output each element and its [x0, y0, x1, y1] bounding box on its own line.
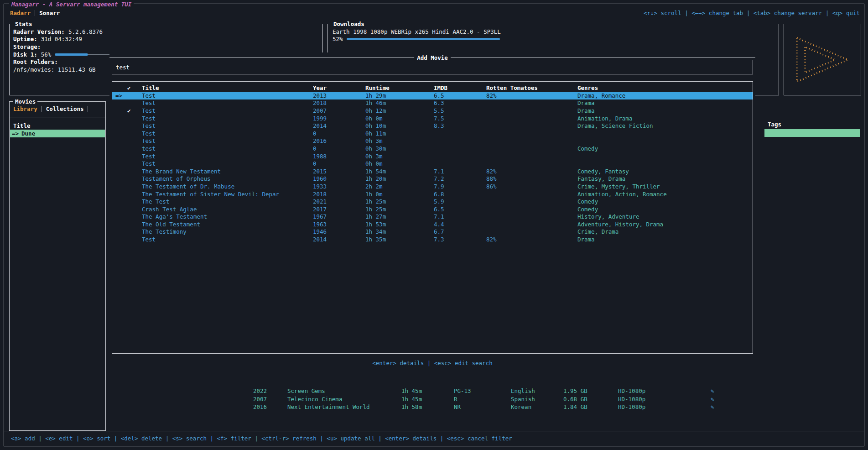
movie-list-item[interactable]: The Martian [10, 168, 105, 176]
movie-list-item[interactable]: Alien [10, 184, 105, 192]
search-result-row[interactable]: The Aga's Testament 1967 1h 27m 7.1 Hist… [112, 213, 753, 221]
movie-list-item[interactable]: 1408 [10, 316, 105, 324]
movie-list-item[interactable]: Us [10, 254, 105, 262]
cell-title: The Testimony [142, 228, 313, 235]
cell-year: 1988 [313, 152, 365, 160]
search-result-row[interactable]: Test 2016 0h 3m [112, 137, 753, 145]
stat-uptime: Uptime: 31d 04:32:49 [13, 36, 319, 43]
movies-panel-title: Movies [13, 98, 37, 105]
modal-title: Add Movie [414, 54, 451, 62]
logo-panel [784, 24, 861, 95]
tags-selected-row[interactable] [764, 129, 860, 137]
search-result-row[interactable]: The Testament of Dr. Mabuse 1933 2h 2m 7… [112, 183, 753, 190]
movie-list-item[interactable]: Train to Busan [10, 347, 105, 355]
cell-year: 0 [313, 130, 365, 137]
search-result-row[interactable]: ✔ Test 2007 0h 12m 5.5 Drama [112, 107, 753, 115]
movie-list-item[interactable]: A Quiet Place Part II [10, 223, 105, 230]
movie-list-item[interactable]: The Thing [10, 176, 105, 184]
cell-imdb: 5.5 [434, 107, 486, 115]
cell-title: The Aga's Testament [142, 213, 313, 220]
movie-list-items: The Conjuring The Conjuring 2 The Conjur… [10, 137, 105, 355]
cell-genres: Animation, Drama [577, 115, 753, 122]
cell-title: Testament of Orpheus [142, 175, 313, 183]
search-result-row[interactable]: The Testament of Sister New Devil: Depar… [112, 190, 753, 198]
cell-imdb: 7.9 [434, 183, 486, 190]
tab-collections[interactable]: Collections [46, 105, 84, 113]
search-result-row[interactable]: test 0 0h 30m Comedy [112, 145, 753, 152]
cell-runtime: 0h 12m [365, 107, 434, 115]
search-result-row[interactable]: Test 2018 1h 46m 6.3 Drama [112, 99, 753, 107]
movie-list-item[interactable]: The Conjuring: The De [10, 153, 105, 161]
results-table-header: ✔ Title Year Runtime IMDB Rotten Tomatoe… [112, 84, 753, 92]
library-table-row[interactable]: 2022 Screen Gems 1h 45m PG-13 English 1.… [109, 387, 757, 395]
search-result-row[interactable]: Test 1999 0h 0m 7.5 Animation, Drama [112, 115, 753, 122]
search-result-row[interactable]: Test 0 0h 11m [112, 130, 753, 137]
movie-list-item[interactable]: The Invitation [10, 331, 105, 339]
movie-list-item[interactable]: Sinister 2 [10, 246, 105, 254]
tab-sonarr[interactable]: Sonarr [39, 9, 60, 17]
cell-year: 1946 [313, 228, 365, 235]
header-check: ✔ [127, 84, 142, 92]
cell-runtime: 1h 53m [365, 220, 434, 228]
app-title: Managarr - A Servarr management TUI [9, 0, 134, 8]
cell-genres: Adventure, History, Drama [577, 220, 753, 228]
movie-list-item[interactable]: Firestarter [10, 293, 105, 300]
movie-list-item[interactable]: Misery [10, 300, 105, 308]
movie-search-input[interactable]: test [112, 60, 753, 74]
movie-list-item-selected[interactable]: => Dune [10, 130, 105, 137]
movie-list-item[interactable]: Sinister [10, 238, 105, 246]
library-table-row[interactable]: 2007 Telecinco Cinema 1h 45m R Spanish 0… [109, 395, 757, 403]
movie-list-item[interactable]: Life [10, 192, 105, 199]
movie-list-item[interactable]: A Quiet Place [10, 215, 105, 223]
movie-list-item[interactable]: Lights Out [10, 308, 105, 316]
cell-genres: Crime, Drama [577, 228, 753, 235]
movie-list-item[interactable]: Incantation [10, 285, 105, 293]
stat-uptime-value: 31d 04:32:49 [41, 35, 82, 43]
stat-version-label: Radarr Version: [13, 28, 65, 36]
movie-list-item[interactable]: The Orphanage [10, 339, 105, 347]
stat-version: Radarr Version: 5.2.6.8376 [13, 28, 319, 36]
movie-list-item[interactable]: mother! [10, 277, 105, 285]
cell-imdb: 7.1 [434, 167, 486, 175]
search-result-row[interactable]: The Old Testament 1963 1h 53m 4.4 Advent… [112, 220, 753, 228]
tab-library[interactable]: Library [13, 105, 37, 113]
cell-size: 0.68 GB [563, 395, 618, 403]
header-imdb: IMDB [434, 84, 486, 92]
search-result-row[interactable]: Testament of Orpheus 1960 1h 20m 7.2 88%… [112, 175, 753, 183]
search-result-row[interactable]: The Brand New Testament 2015 1h 54m 7.1 … [112, 167, 753, 175]
cell-genres: Comedy [577, 198, 753, 205]
search-result-row[interactable]: Crash Test Aglae 2017 1h 25m 6.5 Comedy [112, 205, 753, 213]
movie-list-item[interactable]: Gone with the Wind [10, 207, 105, 215]
cell-runtime: 0h 11m [365, 130, 434, 137]
cell-genres: Comedy, Fantasy [577, 167, 753, 175]
tab-radarr[interactable]: Radarr [10, 9, 31, 17]
search-result-row[interactable]: Test 2014 1h 35m 7.3 82% Drama [112, 235, 753, 243]
movie-list-item[interactable]: The Conjuring [10, 137, 105, 145]
search-result-row[interactable]: The Test 2021 1h 25m 5.9 Comedy [112, 198, 753, 205]
movie-list-item[interactable]: The Witch [10, 230, 105, 238]
movie-list-item[interactable]: Slender Man [10, 262, 105, 269]
movie-list-item[interactable]: The Conjuring 2 [10, 145, 105, 153]
movie-list-item[interactable]: Inception [10, 161, 105, 168]
cell-title: The Test [142, 198, 313, 205]
cell-rotten-tomatoes: 82% [486, 235, 577, 243]
movie-list-item[interactable]: The Girl with All the [10, 324, 105, 331]
cell-year: 2014 [313, 122, 365, 130]
search-result-row[interactable]: The Testimony 1946 1h 34m 6.7 Crime, Dra… [112, 228, 753, 236]
cell-runtime: 1h 54m [365, 167, 434, 175]
search-result-row[interactable]: => Test 2013 1h 29m 6.5 82% Drama, Roman… [112, 92, 753, 99]
download-item: Earth 1998 1080p WEBRip x265 Hindi AAC2.… [333, 28, 772, 36]
search-result-row[interactable]: Test 0 0h 0m [112, 160, 753, 167]
cell-year: 1967 [313, 213, 365, 220]
cell-runtime: 0h 3m [365, 137, 434, 145]
search-result-row[interactable]: Test 2014 0h 10m 8.3 Drama, Science Fict… [112, 122, 753, 130]
search-result-row[interactable]: Test 1988 0h 3m [112, 152, 753, 160]
movie-list-item[interactable]: Ma [10, 269, 105, 277]
header-runtime: Runtime [365, 84, 434, 92]
library-table-row[interactable]: 2016 Next Entertainment World 1h 58m NR … [109, 403, 757, 411]
movies-panel: Movies Library Collections Title => Dune… [9, 101, 106, 431]
managarr-play-logo-icon [792, 35, 852, 84]
cell-language: English [511, 387, 563, 395]
cell-quality: HD-1080p [618, 387, 711, 395]
movie-list-item[interactable]: Nope [10, 199, 105, 207]
